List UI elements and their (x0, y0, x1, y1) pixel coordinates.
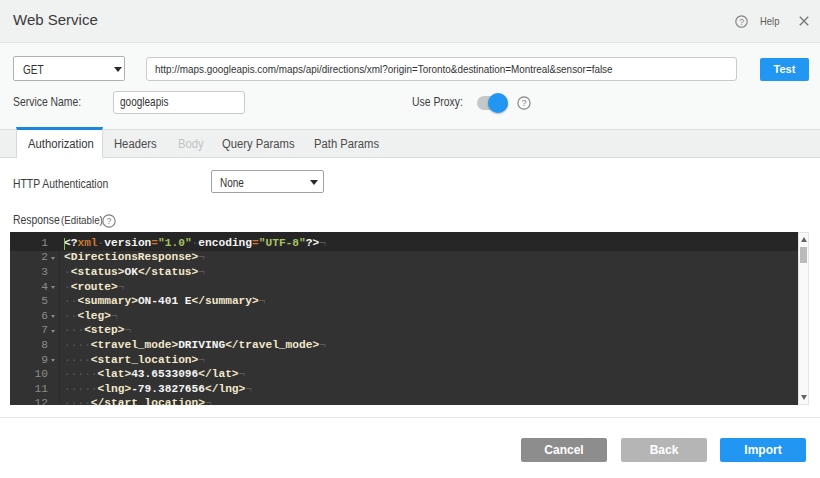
svg-text:?: ? (521, 98, 526, 108)
svg-text:?: ? (107, 216, 112, 226)
svg-text:?: ? (739, 17, 744, 27)
